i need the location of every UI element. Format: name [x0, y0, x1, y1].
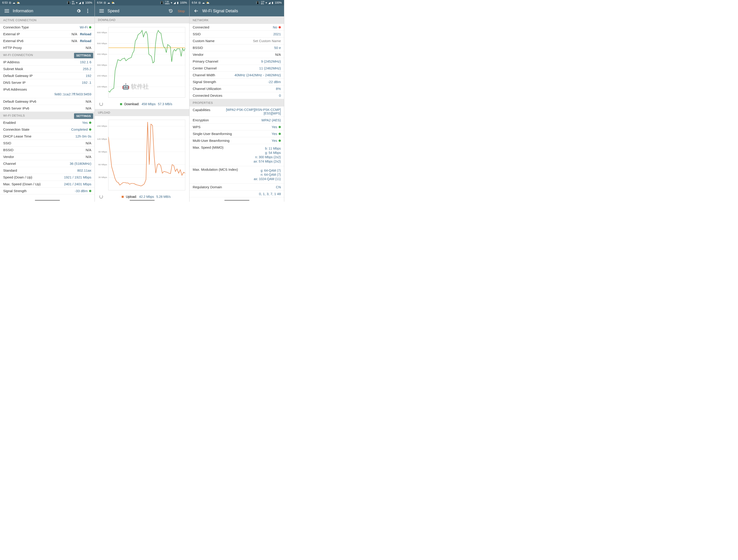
row-bssid[interactable]: BSSID50 e — [190, 44, 284, 51]
row-vendor[interactable]: VendorN/A — [190, 51, 284, 58]
row-max-speed-mimo[interactable]: Max. Speed (MIMO) b: 11 Mbps g: 54 Mbps … — [190, 144, 284, 166]
row-connected[interactable]: ConnectedNo — [190, 24, 284, 31]
menu-icon[interactable] — [97, 7, 106, 15]
row-signal-strength[interactable]: Signal Strength-22 dBm — [190, 78, 284, 85]
row-external-ipv6[interactable]: External IPv6N/AReload — [0, 38, 94, 44]
row-http-proxy[interactable]: HTTP ProxyN/A — [0, 44, 94, 51]
signal-icon: ◢ — [79, 1, 81, 4]
row-speed[interactable]: Speed (Down / Up)1921 / 1921 Mbps — [0, 174, 94, 181]
row-primary-channel[interactable]: Primary Channel9 (2452MHz) — [190, 58, 284, 65]
svg-text:30 Mbps: 30 Mbps — [98, 176, 107, 178]
nav-pill — [224, 200, 250, 201]
reload-link[interactable]: Reload — [80, 32, 91, 36]
row-su-beamforming[interactable]: Single-User BeamformingYes — [190, 130, 284, 137]
cloud2-icon: ⛅ — [206, 1, 210, 4]
settings-button[interactable]: SETTINGS — [74, 53, 93, 58]
vibrate-icon: 📳 — [67, 1, 70, 4]
download-chart: 100 Mbps200 Mbps300 Mbps400 Mbps500 Mbps… — [95, 23, 189, 109]
screen-speed: 6:54 ⊟ ☁ ⛅ 📳 7.56MB/s ▾ ◢ ▮ 100% Speed S… — [95, 0, 190, 202]
back-icon[interactable] — [192, 7, 201, 15]
download-bytes-value: 57.3 MB/s — [158, 102, 172, 106]
row-subnet-mask[interactable]: Subnet Mask255.2 — [0, 66, 94, 72]
vibrate-icon: 📳 — [160, 1, 163, 4]
screen-wifi-details: 6:54 ⊟ ☁ ⛅ 📳 119B/s ▾ ◢ ▮ 100% Wi-Fi Sig… — [190, 0, 284, 202]
settings-icon[interactable] — [74, 7, 83, 15]
status-bar: 6:53 ⊟ ☁ ⛅ 📳 99B/s ▾ ◢ ▮ 100% — [0, 0, 94, 5]
row-ssid[interactable]: SSID2021 — [190, 31, 284, 38]
battery-icon: ▮ — [177, 1, 178, 4]
row-mu-beamforming[interactable]: Multi-User BeamformingYes — [190, 137, 284, 144]
status-dot — [279, 126, 281, 128]
row-wps[interactable]: WPSYes — [190, 124, 284, 130]
screen-information: 6:53 ⊟ ☁ ⛅ 📳 99B/s ▾ ◢ ▮ 100% Informatio… — [0, 0, 95, 202]
row-ip-address[interactable]: IP Address192.1 6 — [0, 59, 94, 66]
row-vendor[interactable]: VendorN/A — [0, 153, 94, 160]
row-partial[interactable]: 0, 1, 3, 7, 1 48 — [190, 190, 284, 197]
row-bssid[interactable]: BSSIDN/A — [0, 147, 94, 153]
nav-pill — [129, 200, 155, 201]
notif-icon: ⊟ — [199, 1, 201, 4]
spinner-icon — [99, 102, 103, 106]
row-signal-strength[interactable]: Signal Strength-33 dBm — [0, 187, 94, 194]
svg-text:500 Mbps: 500 Mbps — [97, 42, 107, 45]
row-regulatory-domain[interactable]: Regulatory DomainCN — [190, 184, 284, 190]
page-title: Information — [13, 9, 74, 13]
section-wifi-details: WI-FI DETAILSSETTINGS — [0, 112, 94, 119]
row-connection-state[interactable]: Connection StateCompleted — [0, 126, 94, 133]
settings-button[interactable]: SETTINGS — [74, 113, 93, 119]
row-center-channel[interactable]: Center Channel11 (2462MHz) — [190, 65, 284, 72]
status-time: 6:53 — [2, 1, 8, 4]
row-encryption[interactable]: EncryptionWPA2 (AES) — [190, 117, 284, 124]
section-wifi-connection: WI-FI CONNECTIONSETTINGS — [0, 51, 94, 59]
svg-text:600 Mbps: 600 Mbps — [97, 31, 107, 34]
row-standard[interactable]: Standard802.11ax — [0, 167, 94, 174]
menu-icon[interactable] — [3, 7, 11, 15]
section-download: DOWNLOAD — [95, 16, 189, 23]
row-channel[interactable]: Channel36 (5180MHz) — [0, 160, 94, 167]
legend-dot — [120, 103, 122, 105]
cloud2-icon: ⛅ — [17, 1, 20, 4]
row-gateway-ipv6[interactable]: Default Gateway IPv6N/A — [0, 98, 94, 105]
legend-label: Upload: — [126, 195, 137, 198]
svg-text:150 Mbps: 150 Mbps — [97, 125, 107, 127]
row-channel-utilization[interactable]: Channel Utilization8% — [190, 85, 284, 92]
wifi-icon: ▾ — [76, 1, 77, 4]
svg-text:400 Mbps: 400 Mbps — [97, 53, 107, 55]
download-chart-svg: 100 Mbps200 Mbps300 Mbps400 Mbps500 Mbps… — [97, 25, 187, 100]
stop-button[interactable]: Stop — [176, 9, 187, 13]
mcs-values: g: 64-QAM (7) n: 64-QAM (7) ax: 1024-QAM… — [254, 167, 281, 182]
svg-text:90 Mbps: 90 Mbps — [98, 150, 107, 153]
svg-text:100 Mbps: 100 Mbps — [97, 85, 107, 88]
row-ipv6-addresses[interactable]: IPv6 Addressesfe80::1ca2:7ff:fe03:9459 — [0, 86, 94, 98]
section-network: NETWORK — [190, 16, 284, 24]
reload-link[interactable]: Reload — [80, 39, 91, 43]
content-list: NETWORK ConnectedNo SSID2021 Custom Name… — [190, 16, 284, 197]
cloud-icon: ☁ — [13, 1, 15, 4]
cloud2-icon: ⛅ — [111, 1, 115, 4]
row-capabilities[interactable]: Capabilities[WPA2-PSK-CCMP][RSN-PSK-CCMP… — [190, 106, 284, 117]
status-dot — [89, 121, 91, 124]
row-custom-name[interactable]: Custom NameSet Custom Name — [190, 38, 284, 44]
svg-text:120 Mbps: 120 Mbps — [97, 138, 107, 140]
row-max-speed[interactable]: Max. Speed (Down / Up)2401 / 2401 Mbps — [0, 181, 94, 187]
row-default-gateway[interactable]: Default Gateway IP192 — [0, 72, 94, 79]
wifi-icon: ▾ — [266, 1, 267, 4]
row-dns-server[interactable]: DNS Server IP192 .1 — [0, 79, 94, 86]
status-dot — [279, 139, 281, 142]
row-max-modulation[interactable]: Max. Modulation (MCS Index) g: 64-QAM (7… — [190, 166, 284, 184]
row-enabled[interactable]: EnabledYes — [0, 119, 94, 126]
mimo-values: b: 11 Mbps g: 54 Mbps n: 300 Mbps (2x2) … — [254, 145, 281, 164]
row-connection-type[interactable]: Connection TypeWi-Fi — [0, 24, 94, 31]
status-dot — [89, 26, 91, 28]
row-dns-ipv6[interactable]: DNS Server IPv6N/A — [0, 105, 94, 112]
overflow-icon[interactable] — [84, 7, 92, 15]
row-external-ip[interactable]: External IPN/AReload — [0, 31, 94, 38]
status-dot — [89, 190, 91, 192]
row-channel-width[interactable]: Channel Width40MHz (2442MHz - 2482MHz) — [190, 72, 284, 78]
notif-icon: ⊟ — [9, 1, 11, 4]
row-lease-time[interactable]: DHCP Lease Time12h 0m 0s — [0, 133, 94, 140]
row-connected-devices[interactable]: Connected Devices0 — [190, 92, 284, 99]
history-icon[interactable] — [167, 7, 175, 15]
upload-speed-value: 42.2 Mbps — [139, 195, 154, 198]
row-ssid[interactable]: SSIDN/A — [0, 140, 94, 147]
